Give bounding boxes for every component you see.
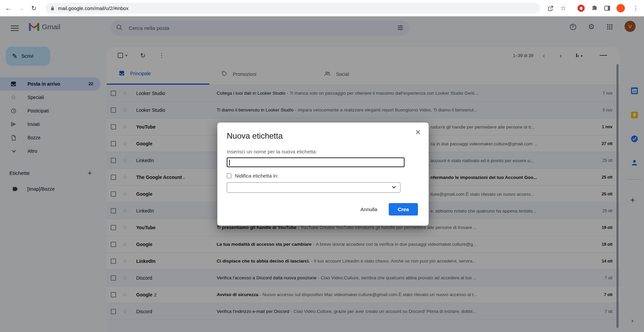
new-label-dialog: Nuova etichetta × Inserisci un nome per …: [217, 123, 429, 226]
nest-parent-select[interactable]: [227, 182, 400, 193]
browser-profile-avatar[interactable]: [616, 4, 625, 12]
address-bar[interactable]: mail.google.com/mail/u/2/#inbox: [46, 3, 540, 14]
side-panel-icon[interactable]: [601, 0, 613, 16]
dialog-close-icon[interactable]: ×: [415, 128, 421, 137]
label-name-input[interactable]: [227, 157, 405, 167]
share-icon[interactable]: [545, 0, 556, 16]
url-text: mail.google.com/mail/u/2/#inbox: [58, 6, 128, 11]
nest-label-text: Nidifica etichetta in:: [235, 173, 278, 179]
bookmark-star-icon[interactable]: ☆: [557, 0, 569, 16]
browser-reload-icon[interactable]: ↻: [28, 0, 40, 16]
extensions-puzzle-icon[interactable]: [589, 0, 600, 16]
create-button[interactable]: Crea: [389, 203, 418, 216]
select-chevron-icon: [392, 185, 396, 188]
browser-forward-icon[interactable]: →: [15, 0, 27, 16]
dialog-title: Nuova etichetta: [227, 131, 283, 141]
browser-back-icon[interactable]: ←: [3, 0, 14, 16]
adblock-extension-icon[interactable]: [578, 5, 585, 12]
browser-menu-icon[interactable]: ⋮: [630, 0, 641, 16]
label-name-field-label: Inserisci un nome per la nuova etichetta…: [227, 149, 317, 154]
cancel-button[interactable]: Annulla: [361, 206, 377, 212]
nest-label-checkbox[interactable]: [227, 174, 231, 178]
text-cursor: [229, 160, 230, 165]
browser-toolbar: ← → ↻ mail.google.com/mail/u/2/#inbox ☆ …: [0, 0, 644, 16]
lock-icon: [50, 6, 55, 11]
